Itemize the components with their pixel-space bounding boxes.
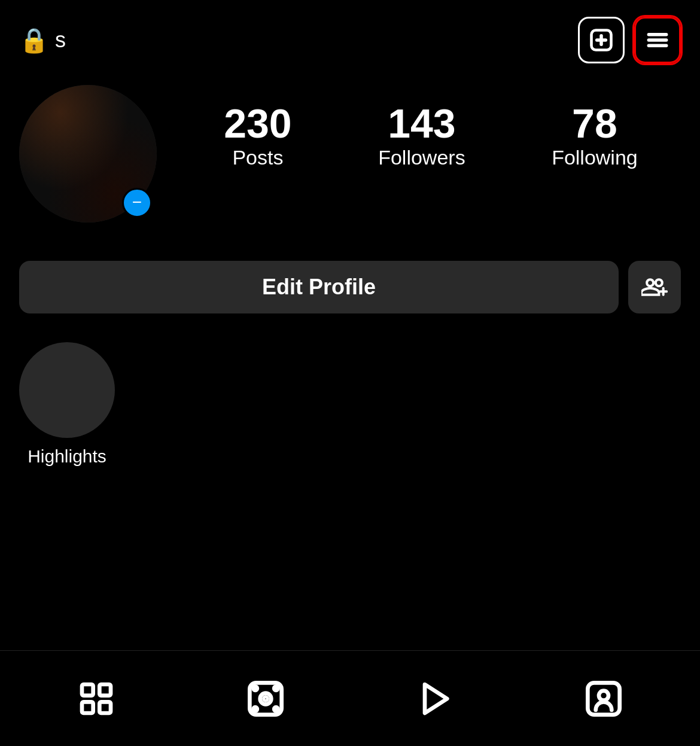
reels-icon (246, 680, 285, 718)
highlight-circle (19, 342, 115, 438)
svg-point-14 (264, 697, 267, 700)
posts-count: 230 (224, 103, 291, 144)
following-label: Following (552, 146, 638, 169)
top-right (578, 17, 681, 63)
nav-tagged[interactable] (574, 669, 634, 729)
following-stat[interactable]: 78 Following (552, 103, 638, 169)
svg-rect-11 (100, 702, 111, 713)
followers-label: Followers (378, 146, 465, 169)
plus-icon (588, 27, 614, 53)
highlight-label: Highlights (28, 446, 106, 467)
svg-point-16 (274, 686, 278, 690)
play-icon (415, 680, 454, 718)
stats-row: 230 Posts 143 Followers 78 Following (181, 85, 681, 169)
svg-point-21 (599, 690, 608, 700)
grid-icon (77, 680, 115, 718)
bottom-nav (0, 650, 700, 746)
buttons-row: Edit Profile (0, 237, 700, 313)
bio-area (0, 223, 700, 237)
svg-rect-10 (82, 702, 93, 713)
add-story-button[interactable]: − (122, 188, 152, 218)
followers-count: 143 (388, 103, 455, 144)
nav-reels[interactable] (236, 669, 296, 729)
plus-icon-small: − (132, 194, 142, 211)
hamburger-icon (644, 27, 671, 53)
svg-rect-8 (82, 684, 93, 696)
followers-stat[interactable]: 143 Followers (378, 103, 465, 169)
avatar-wrapper: − (19, 85, 157, 223)
add-person-icon (641, 274, 668, 300)
top-left: 🔒 s (19, 26, 66, 54)
highlights-section: Highlights (0, 313, 700, 467)
tagged-icon (585, 680, 623, 718)
top-bar: 🔒 s (0, 0, 700, 73)
add-post-button[interactable] (578, 17, 625, 63)
lock-icon: 🔒 (19, 26, 49, 54)
add-person-button[interactable] (628, 261, 681, 313)
posts-stat[interactable]: 230 Posts (224, 103, 291, 169)
menu-button[interactable] (634, 17, 681, 63)
svg-rect-9 (100, 684, 111, 696)
nav-grid[interactable] (66, 669, 126, 729)
highlight-item[interactable]: Highlights (19, 342, 115, 467)
svg-point-15 (253, 686, 257, 690)
svg-point-18 (274, 707, 278, 711)
profile-section: − 230 Posts 143 Followers 78 Following (0, 73, 700, 223)
nav-play[interactable] (404, 669, 464, 729)
following-count: 78 (572, 103, 617, 144)
username: s (55, 28, 66, 53)
edit-profile-button[interactable]: Edit Profile (19, 261, 619, 313)
svg-marker-19 (425, 684, 447, 713)
svg-point-17 (253, 707, 257, 711)
posts-label: Posts (232, 146, 283, 169)
